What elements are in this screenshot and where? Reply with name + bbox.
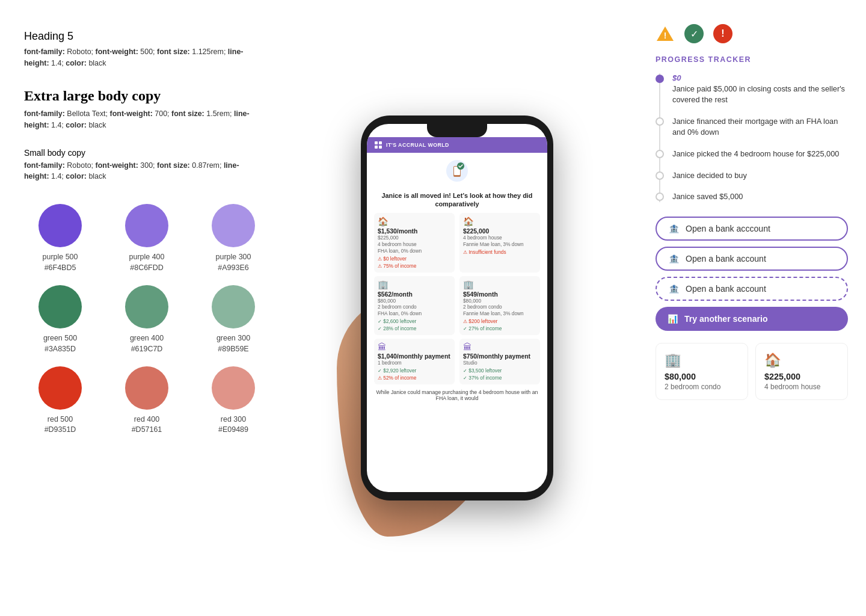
apt-icon-2: 🏛 — [463, 342, 536, 352]
tracker-content: Janice saved $5,000 — [672, 191, 743, 202]
heading5-section: Heading 5 font-family: Roboto; font-weig… — [24, 29, 253, 69]
try-another-scenario-button[interactable]: 📊 Try another scenario — [656, 307, 848, 331]
phone-app-header: IT'S ACCRUAL WORLD — [367, 137, 547, 153]
swatch-label: red 400#D57161 — [132, 414, 162, 436]
swatch-label: red 500#D9351D — [45, 414, 76, 436]
tracker-item-4: Janice decided to buy — [656, 170, 848, 181]
action-buttons: 🏦 Open a bank acccount 🏦 Open a bank acc… — [656, 217, 848, 331]
swatch-label: purple 400#8C6FDD — [129, 252, 165, 273]
swatch-label: green 400#619C7D — [130, 333, 164, 354]
swatch-circle — [212, 204, 255, 247]
status-icons-row: ! ✓ ! — [656, 24, 848, 43]
small-body-label: Small body copy — [24, 148, 253, 158]
swatch-purple-400: purple 400#8C6FDD — [111, 204, 183, 273]
open-bank-account-button-2[interactable]: 🏦 Open a bank account — [656, 247, 848, 271]
house-price: $225,000 — [764, 372, 839, 381]
app-logo-icon — [374, 141, 382, 149]
warning-triangle-icon: ! — [656, 24, 675, 43]
svg-rect-2 — [375, 146, 378, 149]
tracker-text: Janice saved $5,000 — [672, 191, 743, 202]
swatch-label: purple 300#A993E6 — [216, 252, 251, 273]
tracker-item-3: Janice picked the 4 bedroom house for $2… — [656, 149, 848, 159]
bank-icon: 🏦 — [669, 284, 680, 294]
tracker-dot — [656, 75, 664, 83]
building-icon: 🏢 — [378, 280, 451, 290]
tracker-text: Janice paid $5,000 in closing costs and … — [672, 84, 848, 105]
progress-tracker-title: PROGRESS TRACKER — [656, 55, 848, 64]
small-body-meta: font-family: Roboto; font-weight: 300; f… — [24, 160, 253, 182]
swatch-circle — [38, 285, 82, 328]
swatch-circle — [38, 204, 82, 247]
phone-main-title: Janice is all moved in! Let’s look at ho… — [374, 191, 540, 208]
open-bank-account-button-3[interactable]: 🏦 Open a bank account — [656, 277, 848, 301]
btn-label: Open a bank account — [686, 284, 766, 294]
heading5-meta: font-family: Roboto; font-weight: 500; f… — [24, 46, 253, 69]
house-icon-2: 🏠 — [463, 217, 536, 227]
check-circle-icon: ✓ — [684, 24, 704, 43]
btn-label: Open a bank acccount — [686, 224, 770, 233]
open-bank-account-button-1[interactable]: 🏦 Open a bank acccount — [656, 217, 848, 241]
condo-price: $80,000 — [665, 372, 739, 381]
condo-building-icon: 🏢 — [665, 352, 739, 368]
swatch-purple-500: purple 500#6F4BD5 — [24, 204, 96, 273]
svg-text:!: ! — [664, 31, 667, 40]
bank-icon: 🏦 — [669, 224, 680, 233]
tracker-dot — [656, 192, 664, 201]
comp-item-1bed: 🏛 $1,040/monthly payment 1 bedroom ✓ $2,… — [374, 339, 455, 384]
btn-label: Try another scenario — [684, 314, 768, 324]
left-panel: Heading 5 font-family: Roboto; font-weig… — [0, 0, 277, 616]
building-icon-2: 🏢 — [463, 280, 536, 290]
apt-icon: 🏛 — [378, 342, 451, 352]
swatch-purple-300: purple 300#A993E6 — [197, 204, 269, 273]
swatch-circle — [125, 366, 168, 410]
house-icon: 🏠 — [378, 217, 451, 227]
swatch-label: red 300#E09489 — [218, 414, 248, 436]
comp-item-fha-house: 🏠 $1,530/month $225,0004 bedroom houseFH… — [374, 213, 455, 272]
svg-rect-3 — [379, 146, 382, 149]
swatch-circle — [125, 285, 168, 328]
svg-rect-1 — [379, 141, 382, 144]
house-card-icon: 🏠 — [764, 352, 839, 368]
house-label: 4 bedroom house — [764, 383, 839, 391]
swatch-green-400: green 400#619C7D — [111, 285, 183, 354]
swatch-label: green 300#89B59E — [216, 333, 250, 354]
swatch-circle — [125, 204, 168, 247]
tracker-content: Janice decided to buy — [672, 170, 747, 181]
comparison-grid: 🏠 $1,530/month $225,0004 bedroom houseFH… — [374, 213, 540, 384]
condo-label: 2 bedroom condo — [665, 383, 739, 391]
tracker-text: Janice picked the 4 bedroom house for $2… — [672, 149, 839, 159]
tracker-content: $0 Janice paid $5,000 in closing costs a… — [672, 73, 848, 105]
swatch-red-400: red 400#D57161 — [111, 366, 183, 436]
middle-panel: IT'S ACCRUAL WORLD — [277, 0, 637, 616]
alert-circle-icon: ! — [713, 24, 732, 43]
tracker-text: Janice financed their mortgage with an F… — [672, 116, 848, 138]
bank-icon: 🏦 — [669, 254, 680, 263]
swatch-green-300: green 300#89B59E — [197, 285, 269, 354]
heading5-title: Heading 5 — [24, 29, 253, 44]
comp-item-fannie-house: 🏠 $225,000 4 bedroom houseFannie Mae loa… — [459, 213, 540, 272]
swatch-label: purple 500#6F4BD5 — [43, 252, 78, 273]
tracker-content: Janice picked the 4 bedroom house for $2… — [672, 149, 839, 159]
tracker-content: Janice financed their mortgage with an F… — [672, 116, 848, 138]
comp-item-studio: 🏛 $750/monthly payment Studio ✓ $3,500 l… — [459, 339, 540, 384]
right-panel: ! ✓ ! PROGRESS TRACKER $0 Janice paid $5… — [637, 0, 866, 616]
house-check-icon — [443, 159, 471, 188]
swatches-grid: purple 500#6F4BD5 purple 400#8C6FDD purp… — [24, 204, 253, 436]
tracker-item-5: Janice saved $5,000 — [656, 191, 848, 202]
phone-notch — [427, 124, 487, 137]
tracker-list: $0 Janice paid $5,000 in closing costs a… — [656, 73, 848, 202]
phone-screen: IT'S ACCRUAL WORLD — [367, 124, 547, 492]
swatch-circle — [212, 366, 255, 410]
tracker-item-2: Janice financed their mortgage with an F… — [656, 116, 848, 138]
phone-illustration — [374, 153, 540, 191]
tracker-item-1: $0 Janice paid $5,000 in closing costs a… — [656, 73, 848, 105]
phone-app-title: IT'S ACCRUAL WORLD — [386, 142, 449, 148]
tracker-dot — [656, 150, 664, 158]
phone-content: IT'S ACCRUAL WORLD — [367, 137, 547, 492]
swatch-red-500: red 500#D9351D — [24, 366, 96, 436]
comp-item-fannie-condo: 🏢 $549/month $80,0002 bedroom condoFanni… — [459, 276, 540, 335]
condo-card: 🏢 $80,000 2 bedroom condo — [656, 343, 748, 400]
swatch-green-500: green 500#3A835D — [24, 285, 96, 354]
tracker-text: Janice decided to buy — [672, 170, 747, 181]
page-wrapper: Heading 5 font-family: Roboto; font-weig… — [0, 0, 866, 616]
